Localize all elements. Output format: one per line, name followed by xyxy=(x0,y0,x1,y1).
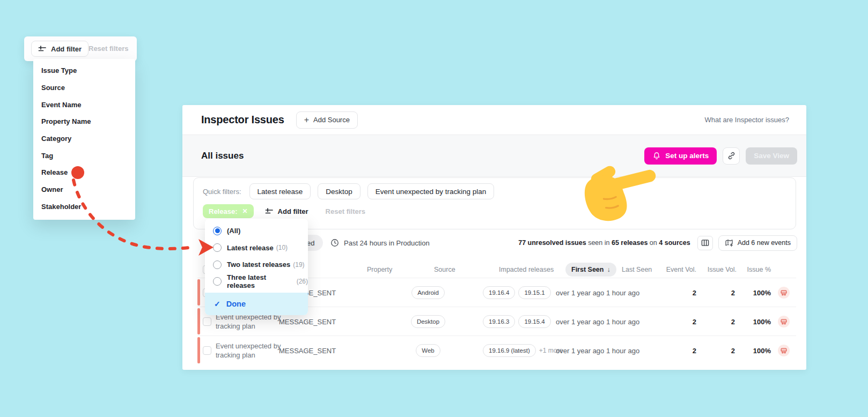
issue-volume: 2 xyxy=(713,278,735,307)
event-volume: 2 xyxy=(675,336,696,365)
summary-issues-count: 77 unresolved issues xyxy=(518,239,586,247)
row-checkbox[interactable] xyxy=(203,346,211,355)
add-filter-button-top[interactable]: Add filter xyxy=(31,41,89,57)
check-icon: ✓ xyxy=(214,300,220,308)
issue-percent: 100% xyxy=(743,336,771,365)
summary-sources-count: 4 sources xyxy=(659,239,690,247)
option-count: (19) xyxy=(293,261,304,269)
source-badge: Android xyxy=(411,286,445,299)
source-cell: Desktop xyxy=(391,307,466,336)
radio-selected-icon[interactable] xyxy=(213,227,222,235)
col-impacted-releases[interactable]: Impacted releases xyxy=(499,262,554,278)
filter-menu-category[interactable]: Category xyxy=(41,130,135,147)
release-badge: 19.15.4 xyxy=(518,315,550,328)
option-count: (26) xyxy=(297,278,308,285)
release-option-latest[interactable]: Latest release (10) xyxy=(205,240,308,257)
filter-menu-release[interactable]: Release xyxy=(41,164,135,181)
quick-filters-label: Quick filters: xyxy=(203,188,241,196)
col-property[interactable]: Property xyxy=(367,262,392,278)
clock-icon xyxy=(330,239,339,247)
time-range[interactable]: Past 24 hours in Production xyxy=(330,234,430,251)
reset-filters-button-top[interactable]: Reset filters xyxy=(89,36,128,61)
radio-icon[interactable] xyxy=(213,277,222,286)
quick-filter-desktop[interactable]: Desktop xyxy=(318,183,361,199)
filter-menu-event-name[interactable]: Event Name xyxy=(41,96,135,113)
filter-menu-property-name[interactable]: Property Name xyxy=(41,113,135,130)
col-last-seen[interactable]: Last Seen xyxy=(622,262,652,278)
help-link[interactable]: What are Inspector issues? xyxy=(704,116,789,124)
bell-icon xyxy=(652,152,661,160)
summary-text: seen in xyxy=(588,239,609,247)
issue-percent: 100% xyxy=(743,307,771,336)
radio-icon[interactable] xyxy=(213,260,222,269)
radio-icon[interactable] xyxy=(213,243,222,252)
filter-lines-icon xyxy=(38,45,47,53)
row-severity-marker xyxy=(197,279,200,306)
done-button[interactable]: ✓ Done xyxy=(205,293,308,315)
release-chip-label: Release: xyxy=(209,207,237,215)
quick-filter-latest-release[interactable]: Latest release xyxy=(249,183,311,199)
release-badge: 19.16.9 (latest) xyxy=(483,344,536,357)
active-filters-row: Release: ✕ Add filter Reset filters xyxy=(203,204,365,219)
copy-link-button[interactable] xyxy=(723,147,740,165)
filter-menu-owner[interactable]: Owner xyxy=(41,181,135,198)
row-checkbox[interactable] xyxy=(203,317,211,326)
impacted-releases-cell: 19.16.9 (latest) +1 more xyxy=(483,336,563,365)
col-first-seen-sorted[interactable]: First Seen ↓ xyxy=(565,263,616,277)
filter-menu-tag[interactable]: Tag xyxy=(41,147,135,164)
risk-icon-cell xyxy=(778,336,790,365)
add-new-events-label: Add 6 new events xyxy=(738,239,791,247)
map-plus-icon xyxy=(725,239,733,247)
col-issue-pct[interactable]: Issue % xyxy=(747,262,771,278)
release-filter-dropdown: (All) Latest release (10) Two latest rel… xyxy=(205,219,308,315)
col-first-seen-label: First Seen xyxy=(571,266,604,273)
source-cell: Android xyxy=(391,278,466,307)
release-option-two-latest[interactable]: Two latest releases (19) xyxy=(205,256,308,273)
source-cell: Web xyxy=(391,336,466,365)
release-option-all[interactable]: (All) xyxy=(205,222,308,240)
summary-text: on xyxy=(650,239,657,247)
release-badge: 19.16.4 xyxy=(483,286,515,299)
risk-icon-cell xyxy=(778,307,790,336)
panel-header: Inspector Issues + Add Source What are I… xyxy=(182,105,806,135)
release-option-three-latest[interactable]: Three latest releases (26) xyxy=(205,273,308,291)
property-name: MESSAGE_SENT xyxy=(279,336,336,365)
add-source-button[interactable]: + Add Source xyxy=(296,111,358,129)
quick-filters-row: Quick filters: Latest release Desktop Ev… xyxy=(203,183,494,199)
add-new-events-button[interactable]: Add 6 new events xyxy=(718,235,797,251)
filter-menu-source[interactable]: Source xyxy=(41,79,135,96)
table-columns-button[interactable] xyxy=(697,236,713,250)
quick-filter-event-unexpected[interactable]: Event unexpected by tracking plan xyxy=(367,183,494,199)
save-view-button[interactable]: Save View xyxy=(746,147,797,165)
issue-volume: 2 xyxy=(713,336,735,365)
first-seen: over 1 year ago xyxy=(556,307,604,336)
row-severity-marker xyxy=(197,337,200,363)
reset-filters-button[interactable]: Reset filters xyxy=(326,207,365,215)
last-seen: 1 hour ago xyxy=(606,278,639,307)
col-event-vol[interactable]: Event Vol. xyxy=(666,262,696,278)
tracking-plan-violation-icon xyxy=(778,316,790,327)
impacted-releases-cell: 19.16.4 19.15.1 xyxy=(483,278,551,307)
tracking-plan-violation-icon xyxy=(778,345,790,356)
issues-summary: 77 unresolved issues seen in 65 releases… xyxy=(518,239,690,247)
close-icon[interactable]: ✕ xyxy=(242,207,247,215)
summary-releases-count: 65 releases xyxy=(612,239,648,247)
col-issue-vol[interactable]: Issue Vol. xyxy=(708,262,737,278)
release-filter-chip[interactable]: Release: ✕ xyxy=(203,204,254,218)
add-filter-button[interactable]: Add filter xyxy=(265,207,308,215)
tracking-plan-violation-icon xyxy=(778,287,790,299)
done-label: Done xyxy=(226,300,246,308)
col-source[interactable]: Source xyxy=(434,262,455,278)
source-badge: Web xyxy=(416,344,440,357)
risk-icon-cell xyxy=(778,278,790,307)
add-filter-label: Add filter xyxy=(278,207,308,215)
columns-icon xyxy=(701,239,709,247)
release-highlight-dot xyxy=(71,166,84,179)
filter-menu-issue-type[interactable]: Issue Type xyxy=(41,62,135,79)
event-volume: 2 xyxy=(675,278,696,307)
source-badge: Desktop xyxy=(411,315,445,328)
filter-menu-stakeholder[interactable]: Stakeholder xyxy=(41,198,135,215)
set-up-alerts-button[interactable]: Set up alerts xyxy=(644,147,717,165)
issue-row-3[interactable]: Event unexpected by tracking plan MESSAG… xyxy=(197,336,796,364)
last-seen: 1 hour ago xyxy=(606,336,639,365)
